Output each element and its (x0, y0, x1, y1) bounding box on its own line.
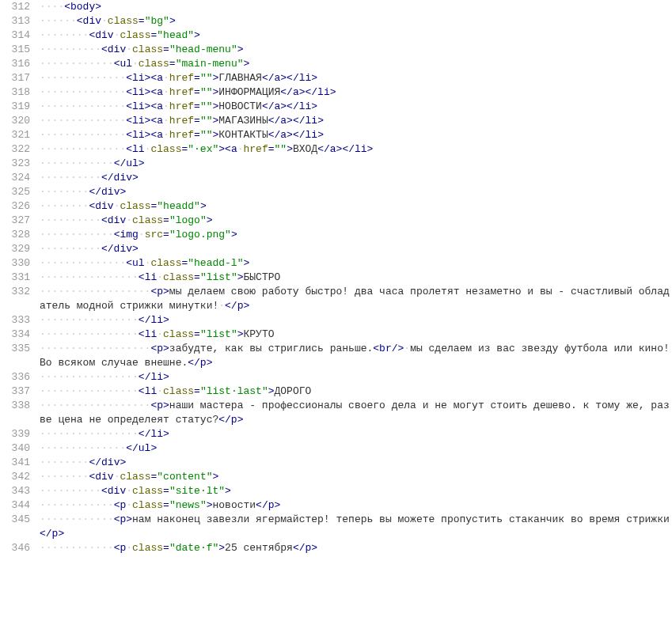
token-attr: class (150, 143, 181, 155)
code-line[interactable]: ········<div·class="headd"> (40, 199, 672, 214)
token-ws: · (101, 15, 108, 27)
code-line[interactable]: ··············<li><a·href="">НОВОСТИ</a>… (40, 100, 672, 114)
token-tag: = (163, 44, 169, 55)
token-str: "logo.png" (169, 229, 231, 241)
token-ws: ······ (40, 15, 77, 27)
token-tag: > (213, 471, 219, 483)
token-str: "head-menu" (169, 44, 237, 55)
token-txt: ГЛАВНАЯ (218, 72, 262, 84)
code-line[interactable]: ················<li·class="list">КРУТО (40, 328, 672, 342)
code-line[interactable]: ··············<li><a·href="">ИНФОРМАЦИЯ<… (40, 85, 672, 100)
code-line[interactable]: ··········<div·class="site·lt"> (40, 484, 672, 498)
line-number: 319 (0, 100, 30, 114)
token-tag: > (169, 15, 176, 27)
token-ws: ·········· (40, 214, 101, 226)
token-tag: </a></li> (262, 100, 317, 112)
line-number: 312 (0, 0, 30, 14)
token-tag: <body> (64, 1, 101, 13)
token-tag: </p> (218, 414, 243, 426)
line-number: 322 (0, 142, 30, 157)
token-str: "logo" (169, 214, 207, 226)
line-number: 313 (0, 14, 30, 28)
token-ws: ········ (40, 471, 89, 483)
token-tag: </p> (188, 357, 212, 369)
line-number: 327 (0, 214, 30, 228)
code-line[interactable]: ················</li> (40, 313, 672, 328)
token-ws: ········ (40, 456, 89, 468)
token-tag: <li><a (126, 72, 163, 84)
code-line[interactable]: ············<p·class="news">новости</p> (40, 498, 672, 513)
token-attr: class (132, 44, 163, 55)
code-line[interactable]: ····<body> (40, 0, 672, 14)
token-str: "list·last" (200, 385, 268, 397)
token-str: "" (200, 129, 213, 141)
code-line[interactable]: ··············<li><a·href="">ГЛАВНАЯ</a>… (40, 71, 672, 85)
token-txt: ДОРОГО (275, 385, 312, 397)
code-area[interactable]: ····<body>······<div·class="bg">········… (40, 0, 672, 555)
code-line[interactable]: ··············<ul·class="headd-l"> (40, 256, 672, 271)
code-line[interactable]: ················</li> (40, 427, 672, 441)
token-str: "list" (200, 328, 237, 340)
token-tag: > (244, 58, 250, 70)
token-ws: ················ (40, 328, 139, 340)
token-str: "" (200, 86, 213, 98)
token-attr: class (132, 499, 163, 511)
token-ws: ········ (40, 186, 89, 198)
code-line[interactable]: ················<li·class="list">БЫСТРО (40, 271, 672, 285)
token-txt: НОВОСТИ (218, 100, 262, 112)
token-tag: <li><a (126, 86, 163, 98)
code-line[interactable]: ··················<p>забудте, как вы стр… (40, 342, 672, 370)
code-line[interactable]: ············</ul> (40, 157, 672, 171)
code-line[interactable]: ··········</div> (40, 171, 672, 185)
code-line[interactable]: ············<p·class="date·f">25 сентябр… (40, 541, 672, 555)
code-line[interactable]: ················</li> (40, 370, 672, 384)
token-tag: = (194, 115, 200, 127)
code-line[interactable]: ··············<li·class="·ex"><a·href=""… (40, 142, 672, 157)
token-tag: <div (101, 485, 126, 497)
token-tag: > (237, 328, 244, 340)
code-line[interactable]: ············<p>нам наконец завезли ягерм… (40, 513, 672, 541)
token-attr: href (169, 86, 194, 98)
token-tag: = (194, 328, 200, 340)
token-ws: ················ (40, 271, 139, 283)
token-ws: ················ (40, 314, 139, 326)
token-attr: class (132, 485, 163, 497)
token-tag: = (268, 143, 275, 155)
line-number: 323 (0, 157, 30, 171)
code-line[interactable]: ··········<div·class="logo"> (40, 214, 672, 228)
code-editor: 3123133143153163173183193203213223233243… (0, 0, 672, 555)
code-line[interactable]: ········<div·class="head"> (40, 28, 672, 43)
code-line[interactable]: ··········<div·class="head-menu"> (40, 43, 672, 57)
code-line[interactable]: ··················<p>наши мастера - проф… (40, 399, 672, 427)
token-ws: · (237, 143, 244, 155)
line-number (0, 299, 30, 313)
token-tag: = (194, 100, 200, 112)
token-tag: <p> (150, 400, 169, 411)
code-line[interactable]: ··············<li><a·href="">КОНТАКТЫ</a… (40, 128, 672, 142)
line-number: 332 (0, 285, 30, 299)
code-line[interactable]: ············<ul·class="main-menu"> (40, 57, 672, 71)
code-line[interactable]: ················<li·class="list·last">ДО… (40, 384, 672, 399)
token-str: "bg" (145, 15, 169, 27)
token-ws: ·········· (40, 485, 101, 497)
token-ws: ·············· (40, 257, 126, 269)
line-number: 315 (0, 43, 30, 57)
code-line[interactable]: ··············<li><a·href="">МАГАЗИНЫ</a… (40, 114, 672, 128)
token-str: "site·lt" (169, 485, 225, 497)
line-number: 334 (0, 328, 30, 342)
token-ws: · (163, 86, 169, 98)
token-tag: > (237, 44, 244, 55)
token-tag: <p (114, 542, 127, 554)
code-line[interactable]: ············<img·src="logo.png"> (40, 228, 672, 242)
token-txt: БЫСТРО (244, 271, 281, 283)
code-line[interactable]: ······<div·class="bg"> (40, 14, 672, 28)
code-line[interactable]: ··············</ul> (40, 441, 672, 456)
code-line[interactable]: ··········</div> (40, 242, 672, 256)
line-number: 335 (0, 342, 30, 356)
code-line[interactable]: ········</div> (40, 456, 672, 470)
token-ws: ·············· (40, 143, 126, 155)
code-line[interactable]: ········</div> (40, 185, 672, 199)
code-line[interactable]: ··················<p>мы делаем свою рабо… (40, 285, 672, 313)
token-tag: </div> (101, 243, 139, 255)
code-line[interactable]: ········<div·class="content"> (40, 470, 672, 484)
